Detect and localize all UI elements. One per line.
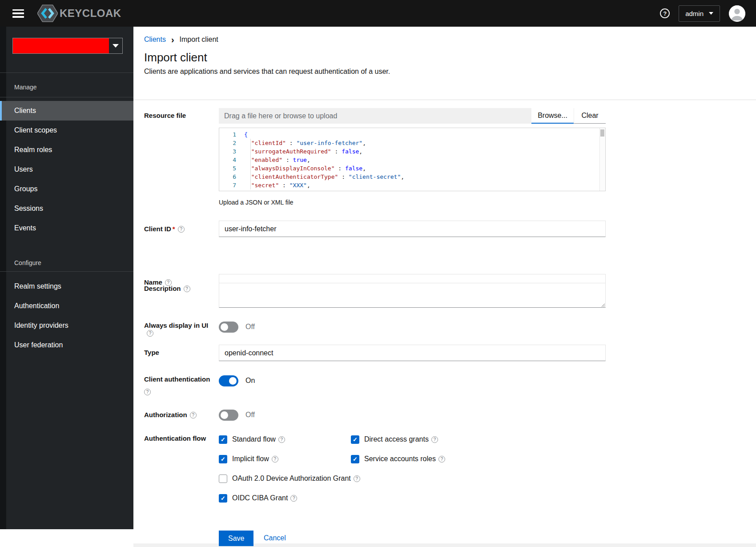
checked-checkbox-icon[interactable]: ✓ xyxy=(219,455,227,463)
code-line: 7 "secret" : "XXX", xyxy=(219,181,605,189)
clear-button[interactable]: Clear xyxy=(574,108,606,124)
checkbox-implicit-flow[interactable]: ✓Implicit flow? xyxy=(219,453,351,465)
checkbox-service-accounts-roles[interactable]: ✓Service accounts roles? xyxy=(351,453,445,465)
code-line: 1{ xyxy=(219,130,605,139)
menu-icon[interactable] xyxy=(12,9,24,18)
line-number: 6 xyxy=(219,173,244,181)
indent-guide xyxy=(250,139,251,189)
help-icon[interactable]: ? xyxy=(290,495,297,502)
caret-down-icon xyxy=(709,12,713,15)
divider xyxy=(0,97,133,97)
checked-checkbox-icon[interactable]: ✓ xyxy=(219,494,227,503)
line-number: 7 xyxy=(219,181,244,189)
realm-selector[interactable] xyxy=(12,38,123,54)
help-icon[interactable]: ? xyxy=(431,436,438,443)
code-line: 4 "enabled" : true, xyxy=(219,156,605,164)
sidebar-item-client-scopes[interactable]: Client scopes xyxy=(0,121,133,140)
always-display-state: Off xyxy=(245,323,255,331)
code-line: 6 "clientAuthenticatorType" : "client-se… xyxy=(219,173,605,181)
masthead: KEYCLOAK ? admin xyxy=(0,0,756,27)
help-icon[interactable]: ? xyxy=(660,8,670,18)
checkbox-direct-access-grants[interactable]: ✓Direct access grants? xyxy=(351,434,445,445)
browse-button[interactable]: Browse... xyxy=(531,108,574,124)
help-icon[interactable]: ? xyxy=(438,456,445,463)
sidebar-item-clients[interactable]: Clients xyxy=(0,101,133,121)
help-icon[interactable]: ? xyxy=(144,389,151,395)
page-subtitle: Clients are applications and services th… xyxy=(144,68,390,76)
checkbox-standard-flow[interactable]: ✓Standard flow? xyxy=(219,434,351,445)
checkbox-label: Implicit flow xyxy=(232,455,269,463)
save-button[interactable]: Save xyxy=(219,531,253,546)
help-icon[interactable]: ? xyxy=(278,436,285,443)
cancel-link[interactable]: Cancel xyxy=(264,534,286,542)
sidebar-item-identity-providers[interactable]: Identity providers xyxy=(0,316,133,335)
avatar[interactable] xyxy=(729,5,745,22)
client-authentication-label: Client authentication ? xyxy=(144,375,216,395)
client-id-label: Client ID*? xyxy=(144,225,216,233)
type-input[interactable] xyxy=(219,345,606,361)
help-icon[interactable]: ? xyxy=(272,456,278,463)
sidebar-item-authentication[interactable]: Authentication xyxy=(0,296,133,316)
help-icon[interactable]: ? xyxy=(178,226,185,233)
nav-section-title-configure: Configure xyxy=(14,259,41,266)
nav-section-title-manage: Manage xyxy=(14,84,37,91)
type-label: Type xyxy=(144,349,216,356)
authorization-toggle[interactable] xyxy=(219,410,238,421)
checkbox-label: Standard flow xyxy=(232,435,276,443)
sidebar-item-sessions[interactable]: Sessions xyxy=(0,199,133,218)
line-number: 1 xyxy=(219,130,244,139)
description-label: Description? xyxy=(144,285,216,292)
nav-list-configure: Realm settingsAuthenticationIdentity pro… xyxy=(0,277,133,355)
client-id-input[interactable] xyxy=(219,221,606,237)
authorization-state: Off xyxy=(245,411,255,419)
help-icon[interactable]: ? xyxy=(147,330,153,337)
keycloak-logo-icon xyxy=(37,4,58,22)
caret-down-icon xyxy=(113,44,119,48)
divider xyxy=(0,271,133,272)
line-number: 5 xyxy=(219,164,244,173)
realm-name-redacted xyxy=(13,38,109,53)
checked-checkbox-icon[interactable]: ✓ xyxy=(219,435,227,444)
main-content: Clients › Import client Import client Cl… xyxy=(133,27,756,547)
code-line: 2 "clientId" : "user-info-fetcher", xyxy=(219,139,605,147)
always-display-toggle[interactable] xyxy=(219,322,238,333)
user-menu-label: admin xyxy=(685,10,704,17)
upload-helper-text: Upload a JSON or XML file xyxy=(219,199,294,206)
breadcrumb: Clients › Import client xyxy=(144,36,218,44)
checkbox-label: Direct access grants xyxy=(364,435,429,443)
code-editor[interactable]: 1{2 "clientId" : "user-info-fetcher",3 "… xyxy=(219,128,606,191)
sidebar-item-groups[interactable]: Groups xyxy=(0,179,133,199)
sidebar: Manage ClientsClient scopesRealm rolesUs… xyxy=(0,27,133,529)
sidebar-item-realm-settings[interactable]: Realm settings xyxy=(0,277,133,296)
checkbox-label: OAuth 2.0 Device Authorization Grant xyxy=(232,475,351,483)
editor-scrollbar[interactable] xyxy=(599,128,605,191)
help-icon[interactable]: ? xyxy=(184,286,190,292)
checkbox-oauth-2-0-device-authorization-grant[interactable]: OAuth 2.0 Device Authorization Grant? xyxy=(219,473,351,484)
checked-checkbox-icon[interactable]: ✓ xyxy=(351,435,359,444)
keycloak-logo: KEYCLOAK xyxy=(37,4,121,22)
client-authentication-toggle[interactable] xyxy=(219,375,238,386)
sidebar-item-user-federation[interactable]: User federation xyxy=(0,335,133,355)
checked-checkbox-icon[interactable]: ✓ xyxy=(351,455,359,463)
divider xyxy=(133,100,756,100)
file-upload-input[interactable]: Drag a file here or browse to upload xyxy=(219,108,531,124)
help-icon[interactable]: ? xyxy=(190,412,197,418)
checkbox-oidc-ciba-grant[interactable]: ✓OIDC CIBA Grant? xyxy=(219,492,351,504)
user-menu[interactable]: admin xyxy=(679,5,720,22)
breadcrumb-current: Import client xyxy=(180,36,218,44)
nav-list-manage: ClientsClient scopesRealm rolesUsersGrou… xyxy=(0,101,133,238)
user-avatar-icon xyxy=(729,5,745,22)
required-asterisk: * xyxy=(173,225,175,233)
breadcrumb-clients-link[interactable]: Clients xyxy=(144,36,166,44)
sidebar-item-events[interactable]: Events xyxy=(0,218,133,238)
client-authentication-state: On xyxy=(245,377,255,385)
resource-file-label: Resource file xyxy=(144,112,216,119)
description-textarea[interactable] xyxy=(219,283,606,308)
sidebar-item-users[interactable]: Users xyxy=(0,160,133,179)
checkbox-label: OIDC CIBA Grant xyxy=(232,494,288,502)
sidebar-item-realm-roles[interactable]: Realm roles xyxy=(0,140,133,160)
line-number: 4 xyxy=(219,156,244,164)
brand-text: KEYCLOAK xyxy=(60,7,121,20)
help-icon[interactable]: ? xyxy=(354,475,360,482)
unchecked-checkbox-icon[interactable] xyxy=(219,475,227,483)
